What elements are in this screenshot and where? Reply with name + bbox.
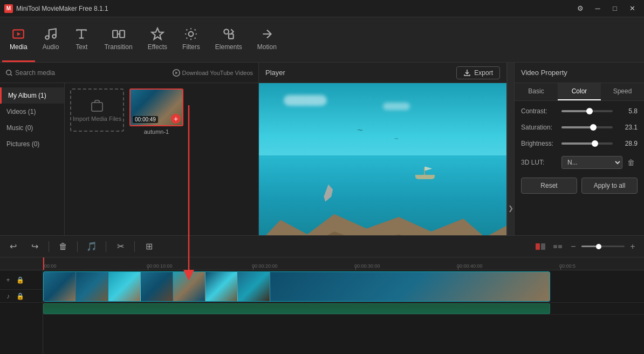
delete-button[interactable]: 🗑 <box>56 239 71 254</box>
svg-rect-4 <box>113 31 118 38</box>
download-youtube-button[interactable]: Download YouTube Videos <box>173 69 254 77</box>
toolbar-divider-2 <box>77 241 78 252</box>
saturation-slider[interactable] <box>561 126 613 128</box>
brightness-row: Brightness: 28.9 <box>521 140 638 147</box>
toolbar-effects[interactable]: Effects <box>140 17 175 62</box>
zoom-out-button[interactable]: − <box>567 241 579 253</box>
bird-1: ~ <box>357 126 363 134</box>
ruler-tick-4 <box>458 267 458 270</box>
contrast-knob[interactable] <box>586 108 593 114</box>
svg-rect-18 <box>541 243 545 250</box>
add-audio-button[interactable]: ♪ <box>3 291 13 301</box>
close-button[interactable]: ✕ <box>625 3 640 15</box>
svg-rect-20 <box>558 245 562 248</box>
clip-autumn-1[interactable]: 00:00:49 + autumn-1 <box>129 88 183 135</box>
toolbar-elements[interactable]: Elements <box>208 17 250 62</box>
toolbar-elements-label: Elements <box>215 43 242 51</box>
brightness-knob[interactable] <box>592 140 598 147</box>
toolbar-divider-4 <box>134 241 135 252</box>
tab-speed[interactable]: Speed <box>601 83 644 100</box>
clip-duration-badge: 00:00:49 <box>133 116 158 123</box>
audio-track-header: ♪ 🔒 <box>0 290 43 303</box>
video-clip[interactable]: 🎬 autumn-1 <box>43 271 550 302</box>
contrast-slider[interactable] <box>561 110 613 112</box>
ruler-mark-1: 00:00:10:00 <box>147 263 173 269</box>
redo-button[interactable]: ↪ <box>27 239 42 254</box>
zoom-in-button[interactable]: + <box>627 241 639 253</box>
svg-point-2 <box>45 36 49 39</box>
svg-marker-1 <box>17 32 21 36</box>
saturation-value: 23.1 <box>617 124 638 131</box>
settings-icon[interactable]: ⚙ <box>573 3 588 15</box>
toolbar-media-label: Media <box>10 43 28 51</box>
split-clip-icon[interactable] <box>533 239 548 254</box>
zoom-knob[interactable] <box>596 244 601 249</box>
search-media-button[interactable]: Search media <box>5 69 55 77</box>
ruler-tick-1 <box>148 267 148 270</box>
saturation-row: Saturation: 23.1 <box>521 124 638 131</box>
brightness-value: 28.9 <box>617 140 638 147</box>
toolbar: Media Audio Text Transition Effects Filt… <box>0 17 644 63</box>
category-my-album[interactable]: My Album (1) <box>0 87 64 104</box>
svg-rect-19 <box>553 245 557 248</box>
toolbar-filters[interactable]: Filters <box>175 17 208 62</box>
search-media-label: Search media <box>15 69 55 77</box>
export-label: Export <box>474 69 493 77</box>
brightness-slider[interactable] <box>561 142 613 145</box>
contrast-value: 5.8 <box>617 107 638 115</box>
timeline-content[interactable]: 00:00 00:00:10:00 00:00:20:00 00:00:30:0… <box>43 257 644 354</box>
audio-merge-icon[interactable] <box>550 239 565 254</box>
category-music[interactable]: Music (0) <box>0 120 64 136</box>
ruler-tick-5 <box>560 267 561 270</box>
titlebar-controls: ⚙ ─ □ ✕ <box>573 3 640 15</box>
svg-rect-17 <box>536 243 540 250</box>
app-title: MiniTool MovieMaker Free 8.1.1 <box>16 5 108 12</box>
brightness-label: Brightness: <box>521 140 561 147</box>
saturation-knob[interactable] <box>590 124 597 131</box>
tab-color[interactable]: Color <box>558 83 601 100</box>
clip-thumbnail: 00:00:49 + <box>129 88 183 126</box>
app-icon: M <box>4 4 13 13</box>
add-clip-button[interactable]: + <box>171 114 181 124</box>
toolbar-divider-3 <box>106 241 106 252</box>
svg-point-10 <box>6 70 11 74</box>
toolbar-audio[interactable]: Audio <box>35 17 67 62</box>
ruler-tick-0 <box>43 267 44 270</box>
toolbar-divider-1 <box>49 241 49 252</box>
export-button[interactable]: Export <box>456 66 500 79</box>
undo-button[interactable]: ↩ <box>5 239 20 254</box>
lock-track-button[interactable]: 🔒 <box>15 275 25 285</box>
audio-clip[interactable] <box>43 303 550 314</box>
category-videos[interactable]: Videos (1) <box>0 104 64 120</box>
tab-basic[interactable]: Basic <box>515 83 558 100</box>
maximize-button[interactable]: □ <box>607 3 622 15</box>
lock-audio-button[interactable]: 🔒 <box>15 291 25 301</box>
category-pictures[interactable]: Pictures (0) <box>0 136 64 152</box>
reset-button[interactable]: Reset <box>521 178 577 194</box>
import-media-button[interactable]: Import Media Files <box>70 88 124 132</box>
property-panel-header: Video Property <box>515 63 644 83</box>
svg-line-11 <box>11 74 12 76</box>
toolbar-media[interactable]: Media <box>2 17 35 62</box>
apply-to-all-button[interactable]: Apply to all <box>581 178 638 194</box>
toolbar-transition[interactable]: Transition <box>97 17 140 62</box>
timeline-toolbar: ↩ ↪ 🗑 🎵 ✂ ⊞ − + <box>0 236 644 257</box>
svg-rect-9 <box>229 34 234 39</box>
zoom-track[interactable] <box>581 246 625 247</box>
timeline-track-headers: + 🔒 ♪ 🔒 <box>0 257 43 354</box>
toolbar-audio-label: Audio <box>43 43 59 51</box>
split-button[interactable]: ✂ <box>113 239 128 254</box>
titlebar-left: M MiniTool MovieMaker Free 8.1.1 <box>4 4 108 13</box>
detach-audio-button[interactable]: 🎵 <box>84 239 99 254</box>
lut-delete-button[interactable]: 🗑 <box>625 156 638 169</box>
cloud-2 <box>383 103 410 110</box>
minimize-button[interactable]: ─ <box>590 3 605 15</box>
brightness-fill <box>561 142 595 145</box>
lut-select[interactable]: N... None Cinematic Warm <box>561 156 622 169</box>
ruler-tick-3 <box>355 267 356 270</box>
add-track-button[interactable]: + <box>3 275 13 285</box>
crop-button[interactable]: ⊞ <box>141 239 156 254</box>
lut-row: 3D LUT: N... None Cinematic Warm 🗑 <box>521 156 638 169</box>
toolbar-text[interactable]: Text <box>66 17 97 62</box>
toolbar-motion[interactable]: Motion <box>250 17 284 62</box>
